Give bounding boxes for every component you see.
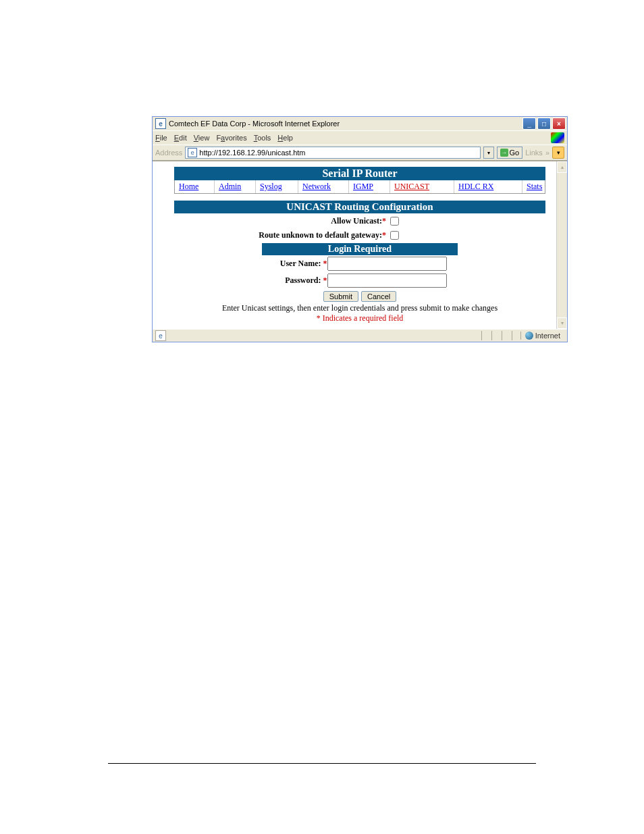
menu-favorites[interactable]: Favorites bbox=[216, 134, 246, 142]
browser-window: e Comtech EF Data Corp - Microsoft Inter… bbox=[152, 116, 568, 342]
minimize-button[interactable]: _ bbox=[522, 118, 536, 130]
status-page-icon: e bbox=[155, 330, 166, 341]
menu-file[interactable]: File bbox=[155, 134, 167, 142]
nav-admin[interactable]: Admin bbox=[215, 180, 256, 193]
password-row: Password: * bbox=[273, 273, 447, 288]
windows-logo-icon bbox=[551, 132, 564, 143]
go-arrow-icon: → bbox=[500, 149, 508, 157]
statusbar: e Internet bbox=[153, 329, 567, 342]
login-title: Login Required bbox=[262, 243, 458, 255]
allow-unicast-label: Allow Unicast:* bbox=[211, 216, 387, 226]
nav-network[interactable]: Network bbox=[298, 180, 349, 193]
toolbar-extra-button[interactable]: ▾ bbox=[552, 147, 564, 159]
scroll-down-button[interactable]: ▾ bbox=[557, 317, 567, 329]
submit-button[interactable]: Submit bbox=[323, 291, 358, 302]
window-buttons: _ □ × bbox=[522, 118, 566, 130]
nav-stats[interactable]: Stats bbox=[522, 180, 546, 193]
nav-hdlcrx[interactable]: HDLC RX bbox=[454, 180, 522, 193]
go-label: Go bbox=[510, 149, 520, 157]
ie-icon: e bbox=[155, 118, 166, 129]
titlebar[interactable]: e Comtech EF Data Corp - Microsoft Inter… bbox=[153, 117, 567, 131]
content-area: ▴ ▾ Serial IP Router Home Admin Syslog N… bbox=[153, 161, 567, 329]
login-box: User Name: * Password: * Submit Cancel bbox=[273, 255, 447, 303]
nav-unicast[interactable]: UNICAST bbox=[390, 180, 454, 193]
maximize-button[interactable]: □ bbox=[537, 118, 551, 130]
nav-igmp[interactable]: IGMP bbox=[349, 180, 390, 193]
status-zone: Internet bbox=[520, 332, 564, 340]
status-cells bbox=[481, 331, 520, 340]
allow-unicast-checkbox[interactable] bbox=[390, 217, 399, 226]
window-title: Comtech EF Data Corp - Microsoft Interne… bbox=[169, 120, 522, 128]
address-label: Address bbox=[155, 149, 182, 157]
go-button[interactable]: → Go bbox=[497, 147, 523, 159]
menu-tools[interactable]: Tools bbox=[254, 134, 271, 142]
menu-view[interactable]: View bbox=[194, 134, 210, 142]
page-footer-line bbox=[108, 763, 536, 764]
address-dropdown-button[interactable]: ▾ bbox=[483, 147, 494, 159]
allow-unicast-row: Allow Unicast:* bbox=[174, 215, 545, 228]
hint-required: * Indicates a required field bbox=[174, 313, 545, 323]
route-unknown-checkbox[interactable] bbox=[390, 231, 399, 240]
page-inner: Serial IP Router Home Admin Syslog Netwo… bbox=[174, 167, 545, 323]
password-input[interactable] bbox=[327, 273, 447, 288]
close-button[interactable]: × bbox=[552, 118, 566, 130]
button-row: Submit Cancel bbox=[323, 291, 397, 302]
username-input[interactable] bbox=[327, 257, 447, 271]
address-input[interactable]: e http://192.168.12.99/unicast.htm bbox=[185, 147, 480, 159]
hint-instructions: Enter Unicast settings, then enter login… bbox=[174, 303, 545, 313]
status-zone-text: Internet bbox=[535, 332, 560, 340]
scroll-up-button[interactable]: ▴ bbox=[557, 161, 567, 173]
cancel-button[interactable]: Cancel bbox=[361, 291, 396, 302]
password-label: Password: * bbox=[273, 276, 327, 286]
nav-home[interactable]: Home bbox=[175, 180, 215, 193]
username-row: User Name: * bbox=[273, 257, 447, 271]
address-url: http://192.168.12.99/unicast.htm bbox=[199, 149, 305, 157]
form-area: Allow Unicast:* Route unknown to default… bbox=[174, 215, 545, 323]
links-chevron-icon[interactable]: » bbox=[545, 149, 549, 157]
route-unknown-label: Route unknown to default gateway:* bbox=[211, 230, 387, 240]
menubar: File Edit View Favorites Tools Help bbox=[153, 131, 567, 145]
section-title: UNICAST Routing Configuration bbox=[174, 201, 545, 213]
scrollbar[interactable]: ▴ ▾ bbox=[556, 161, 567, 329]
route-unknown-row: Route unknown to default gateway:* bbox=[174, 229, 545, 242]
username-label: User Name: * bbox=[273, 259, 327, 269]
page-icon: e bbox=[188, 148, 197, 157]
nav-row: Home Admin Syslog Network IGMP UNICAST H… bbox=[174, 180, 545, 194]
address-bar: Address e http://192.168.12.99/unicast.h… bbox=[153, 145, 567, 161]
globe-icon bbox=[525, 332, 533, 340]
page-title: Serial IP Router bbox=[174, 167, 545, 180]
menu-help[interactable]: Help bbox=[277, 134, 293, 142]
nav-syslog[interactable]: Syslog bbox=[256, 180, 298, 193]
links-label[interactable]: Links bbox=[525, 149, 543, 157]
menu-edit[interactable]: Edit bbox=[174, 134, 187, 142]
